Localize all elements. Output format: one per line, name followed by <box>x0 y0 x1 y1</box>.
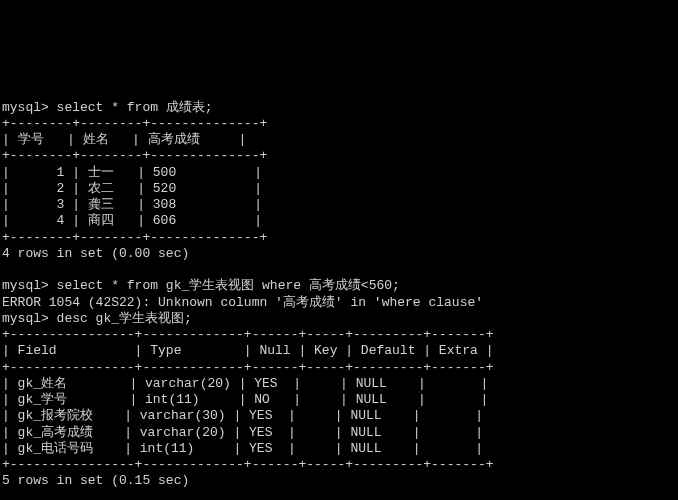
t2-border-bot: +----------------+-------------+------+-… <box>2 457 493 472</box>
t1-row: | 4 | 商四 | 606 | <box>2 213 262 228</box>
query-2: select * from gk_学生表视图 where 高考成绩<560; <box>57 278 400 293</box>
mysql-prompt: mysql> <box>2 100 57 115</box>
query-1: select * from 成绩表; <box>57 100 213 115</box>
t1-border-top: +--------+--------+--------------+ <box>2 116 267 131</box>
t1-border-bot: +--------+--------+--------------+ <box>2 230 267 245</box>
t2-row: | gk_高考成绩 | varchar(20) | YES | | NULL |… <box>2 425 483 440</box>
query-3: desc gk_学生表视图; <box>57 311 192 326</box>
mysql-prompt: mysql> <box>2 278 57 293</box>
t2-row: | gk_电话号码 | int(11) | YES | | NULL | | <box>2 441 483 456</box>
error-line: ERROR 1054 (42S22): Unknown column '高考成绩… <box>2 295 483 310</box>
t2-row: | gk_姓名 | varchar(20) | YES | | NULL | | <box>2 376 488 391</box>
t2-row: | gk_学号 | int(11) | NO | | NULL | | <box>2 392 488 407</box>
terminal-output[interactable]: mysql> select * from 成绩表; +--------+----… <box>0 81 678 500</box>
prompt-line: mysql> select * from gk_学生表视图 where 高考成绩… <box>2 278 400 293</box>
prompt-line: mysql> select * from 成绩表; <box>2 100 213 115</box>
t1-row: | 1 | 士一 | 500 | <box>2 165 262 180</box>
t2-border-top: +----------------+-------------+------+-… <box>2 327 493 342</box>
t2-border-mid: +----------------+-------------+------+-… <box>2 360 493 375</box>
t2-header: | Field | Type | Null | Key | Default | … <box>2 343 493 358</box>
t2-summary: 5 rows in set (0.15 sec) <box>2 473 189 488</box>
t1-row: | 3 | 龚三 | 308 | <box>2 197 262 212</box>
prompt-line: mysql> desc gk_学生表视图; <box>2 311 192 326</box>
mysql-prompt: mysql> <box>2 311 57 326</box>
t2-row: | gk_报考院校 | varchar(30) | YES | | NULL |… <box>2 408 483 423</box>
t1-row: | 2 | 农二 | 520 | <box>2 181 262 196</box>
t1-header: | 学号 | 姓名 | 高考成绩 | <box>2 132 246 147</box>
t1-border-mid: +--------+--------+--------------+ <box>2 148 267 163</box>
t1-summary: 4 rows in set (0.00 sec) <box>2 246 189 261</box>
